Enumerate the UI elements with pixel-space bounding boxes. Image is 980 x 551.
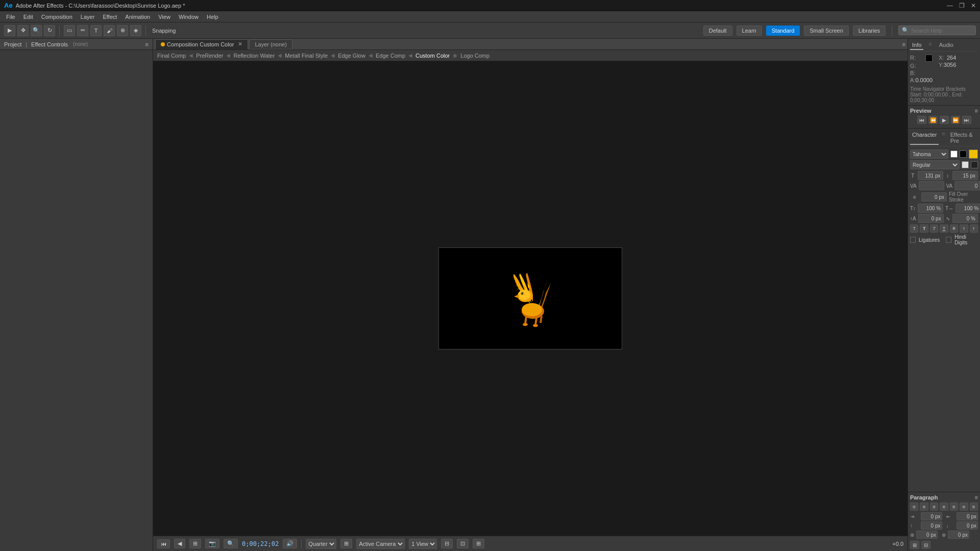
vc-step-back[interactable]: ◀ [174,539,185,548]
menu-layer[interactable]: Layer [77,13,99,21]
para-extra-input-2[interactable] [948,531,969,539]
tool-move[interactable]: ✥ [17,25,29,36]
vc-toggle-grid[interactable]: ⊞ [340,539,352,548]
para-space-before-input[interactable] [921,521,942,530]
ts-italic[interactable]: T [930,224,938,233]
prev-last-frame[interactable]: ⏭ [962,116,971,124]
align-justify-left[interactable]: ≡ [940,503,948,511]
align-left[interactable]: ≡ [910,503,918,511]
char-black-swatch[interactable] [971,161,978,168]
maximize-button[interactable]: ❐ [959,2,965,9]
search-input[interactable] [911,28,972,34]
ts-bold[interactable]: T [920,224,928,233]
align-right[interactable]: ≡ [930,503,938,511]
vc-view-select[interactable]: 1 View [409,539,437,549]
breadcrumb-reflection-water[interactable]: Reflection Water [233,53,275,59]
para-option-2[interactable]: ⊟ [921,541,930,549]
breadcrumb-edge-comp[interactable]: Edge Comp [376,53,405,59]
menu-effect[interactable]: Effect [99,13,121,21]
vc-transparency[interactable]: ⊡ [457,539,469,548]
vc-show-snapshot[interactable]: 🔍 [224,539,238,548]
char-font-size-input[interactable] [918,171,943,180]
char-vscale-input[interactable] [918,204,943,213]
char-line-height-input[interactable] [952,171,978,180]
comp-tab-layer[interactable]: Layer (none) [249,39,292,49]
align-justify-all[interactable]: ≡ [970,503,978,511]
para-extra-input-1[interactable] [916,531,938,539]
close-button[interactable]: ✕ [971,2,976,9]
tool-rect[interactable]: ▭ [64,25,75,36]
ts-underline[interactable]: T [940,224,948,233]
para-indent-right-input[interactable] [957,512,978,520]
para-indent-left-input[interactable] [921,512,942,520]
hindi-digits-checkbox[interactable] [946,237,951,243]
char-fill-color[interactable] [950,151,958,158]
preset-learn[interactable]: Learn [737,26,762,36]
breadcrumb-custom-color[interactable]: Custom Color [415,53,450,59]
char-white-swatch[interactable] [962,161,969,168]
preset-standard[interactable]: Standard [766,26,800,36]
prev-back[interactable]: ⏪ [928,116,938,124]
prev-first-frame[interactable]: ⏮ [917,116,926,124]
prev-play[interactable]: ▶ [940,116,949,124]
ts-strikethrough[interactable]: T [950,224,958,233]
char-tsumi-input[interactable] [952,214,978,223]
align-justify-center[interactable]: ≡ [950,503,958,511]
para-option-1[interactable]: ⊞ [910,541,919,549]
minimize-button[interactable]: — [947,2,953,9]
menu-composition[interactable]: Composition [37,13,77,21]
vc-snapshot[interactable]: 📷 [205,539,219,548]
ts-regular[interactable]: T [910,224,918,233]
char-baseline-input[interactable] [918,214,944,223]
char-style-select[interactable]: Regular [910,160,960,169]
breadcrumb-metall-final-style[interactable]: Metall Final Style [285,53,328,59]
breadcrumb-prerender[interactable]: PreRender [196,53,223,59]
panel-menu-icon[interactable]: ≡ [145,41,149,47]
char-stroke-color[interactable] [960,151,967,158]
tool-pen[interactable]: ✏ [77,25,88,36]
tool-puppet[interactable]: ◈ [130,25,141,36]
char-font-select[interactable]: Tahoma [910,149,948,159]
char-tab-character[interactable]: Character [910,131,939,145]
menu-file[interactable]: File [2,13,19,21]
preview-menu-icon[interactable]: ≡ [975,108,978,114]
info-tab-audio[interactable]: Audio [937,41,955,50]
prev-forward[interactable]: ⏩ [951,116,960,124]
search-box[interactable]: 🔍 [898,26,976,35]
align-justify-right[interactable]: ≡ [960,503,968,511]
ligatures-checkbox[interactable] [910,237,916,243]
info-tab-info[interactable]: Info [910,41,923,50]
window-controls[interactable]: — ❐ ✕ [947,2,976,9]
tool-select[interactable]: ▶ [4,25,15,36]
tool-clone[interactable]: ⊕ [117,25,128,36]
preset-default[interactable]: Default [703,26,732,36]
ts-sub[interactable]: T [970,224,978,233]
menu-animation[interactable]: Animation [121,13,154,21]
vc-region-of-interest[interactable]: ⊞ [473,539,484,548]
breadcrumb-logo-comp[interactable]: Logo Comp [460,53,489,59]
tool-text[interactable]: T [90,25,102,36]
paragraph-menu-icon[interactable]: ≡ [975,494,978,500]
char-kerning-input[interactable] [954,181,980,190]
comp-tab-close-custom-color[interactable]: ✕ [238,41,242,47]
char-tracking-input[interactable] [919,181,944,190]
preset-libraries[interactable]: Libraries [853,26,886,36]
vc-quality-select[interactable]: Quarter [306,539,336,549]
para-space-after-input[interactable] [957,521,978,530]
char-indent-input[interactable] [921,192,947,202]
menu-window[interactable]: Window [175,13,203,21]
ts-super[interactable]: T [960,224,968,233]
char-hscale-input[interactable] [955,204,980,213]
breadcrumb-final-comp[interactable]: Final Comp [157,53,186,59]
comp-tab-menu-icon[interactable]: ≡ [902,41,905,47]
vc-camera-select[interactable]: Active Camera [356,539,405,549]
preset-small-screen[interactable]: Small Screen [804,26,848,36]
vc-first-frame[interactable]: ⏮ [157,539,170,548]
comp-tab-custom-color[interactable]: Composition Custom Color ✕ [155,39,248,49]
tool-zoom[interactable]: 🔍 [31,25,42,36]
vc-pixel-aspect[interactable]: ⊟ [441,539,453,548]
menu-view[interactable]: View [154,13,175,21]
char-accent-color[interactable] [969,149,978,159]
tool-rotate[interactable]: ↻ [44,25,55,36]
vc-audio-toggle[interactable]: 🔊 [283,539,297,548]
